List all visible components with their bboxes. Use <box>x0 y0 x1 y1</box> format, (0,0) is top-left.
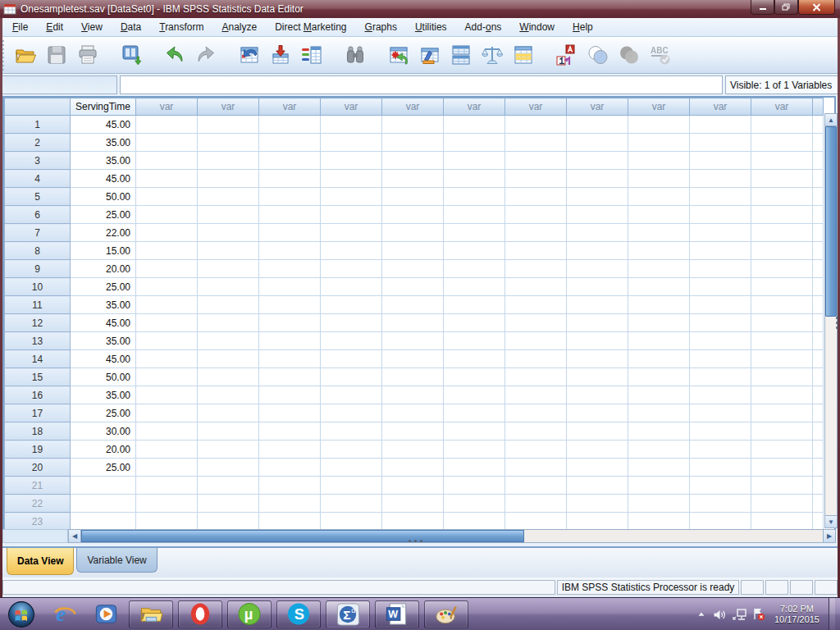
cell-empty[interactable] <box>567 441 628 459</box>
cell-empty[interactable] <box>690 170 751 188</box>
cell-servingtime-row4[interactable]: 45.00 <box>71 170 136 188</box>
cell-empty[interactable] <box>321 134 382 152</box>
row-number-9[interactable]: 9 <box>5 260 71 278</box>
goto-case-button[interactable] <box>235 39 264 71</box>
cell-empty[interactable] <box>382 332 444 350</box>
cell-empty[interactable] <box>751 386 813 404</box>
cell-empty[interactable] <box>136 188 198 206</box>
row-number-23[interactable]: 23 <box>5 513 71 531</box>
cell-empty[interactable] <box>690 134 751 152</box>
cell-empty[interactable] <box>382 278 444 296</box>
column-header-var-4[interactable]: var <box>321 98 382 116</box>
cell-empty[interactable] <box>813 170 824 188</box>
grid-corner-cell[interactable] <box>5 98 71 116</box>
cell-empty[interactable] <box>259 224 321 242</box>
cell-empty[interactable] <box>382 495 444 513</box>
cell-empty[interactable] <box>136 224 198 242</box>
cell-empty[interactable] <box>751 459 813 477</box>
cell-empty[interactable] <box>813 495 824 513</box>
cell-empty[interactable] <box>813 188 824 206</box>
column-header-var-8[interactable]: var <box>567 98 628 116</box>
cell-servingtime-row10[interactable]: 25.00 <box>71 278 136 296</box>
cell-empty[interactable] <box>505 260 567 278</box>
cell-empty[interactable] <box>321 495 382 513</box>
horizontal-scrollbar[interactable]: ◀ ▶ <box>68 529 836 543</box>
minimize-button[interactable] <box>751 0 774 15</box>
cell-empty[interactable] <box>813 350 824 368</box>
cell-empty[interactable] <box>382 404 444 422</box>
cell-empty[interactable] <box>444 350 505 368</box>
menu-add-ons[interactable]: Add-ons <box>456 18 511 36</box>
cell-empty[interactable] <box>813 404 824 422</box>
cell-empty[interactable] <box>444 332 505 350</box>
cell-empty[interactable] <box>690 441 751 459</box>
cell-empty[interactable] <box>567 278 628 296</box>
cell-servingtime-row1[interactable]: 45.00 <box>71 116 136 134</box>
cell-empty[interactable] <box>198 224 259 242</box>
split-file-button[interactable] <box>446 39 476 71</box>
cell-empty[interactable] <box>259 495 321 513</box>
cell-empty[interactable] <box>444 404 505 422</box>
cell-empty[interactable] <box>382 368 444 386</box>
cell-empty[interactable] <box>259 134 321 152</box>
cell-empty[interactable] <box>444 224 505 242</box>
cell-empty[interactable] <box>259 242 321 260</box>
cell-empty[interactable] <box>382 206 444 224</box>
cell-empty[interactable] <box>198 242 259 260</box>
cell-empty[interactable] <box>751 152 813 170</box>
column-header-var-1[interactable]: var <box>136 98 198 116</box>
open-data-button[interactable] <box>11 39 40 71</box>
cell-empty[interactable] <box>567 332 628 350</box>
cell-empty[interactable] <box>567 477 628 495</box>
cell-empty[interactable] <box>136 368 198 386</box>
close-button[interactable] <box>798 0 835 15</box>
cell-empty[interactable] <box>813 296 824 314</box>
cell-empty[interactable] <box>259 188 321 206</box>
cell-servingtime-row5[interactable]: 50.00 <box>71 188 136 206</box>
menu-view[interactable]: View <box>72 18 112 36</box>
cell-empty[interactable] <box>628 152 690 170</box>
menu-direct-marketing[interactable]: Direct Marketing <box>266 18 355 36</box>
recall-dialogs-button[interactable] <box>116 39 146 71</box>
cell-empty[interactable] <box>628 314 690 332</box>
cell-empty[interactable] <box>505 206 567 224</box>
cell-empty[interactable] <box>505 242 567 260</box>
cell-empty[interactable] <box>259 368 321 386</box>
taskbar-spss[interactable]: Σα <box>326 600 370 628</box>
cell-empty[interactable] <box>198 386 259 404</box>
cell-empty[interactable] <box>198 188 259 206</box>
cell-empty[interactable] <box>136 278 198 296</box>
cell-empty[interactable] <box>259 332 321 350</box>
save-button[interactable] <box>42 39 71 71</box>
cell-empty[interactable] <box>382 477 444 495</box>
taskbar-clock[interactable]: 7:02 PM 10/17/2015 <box>774 604 819 625</box>
cell-empty[interactable] <box>690 477 751 495</box>
taskbar-utorrent[interactable]: µ <box>227 600 272 628</box>
cell-empty[interactable] <box>198 116 259 134</box>
cell-empty[interactable] <box>813 441 824 459</box>
cell-empty[interactable] <box>813 368 824 386</box>
cell-empty[interactable] <box>444 459 505 477</box>
cell-empty[interactable] <box>690 206 751 224</box>
cell-empty[interactable] <box>690 116 751 134</box>
cell-empty[interactable] <box>321 459 382 477</box>
cell-empty[interactable] <box>505 495 567 513</box>
cell-empty[interactable] <box>259 477 321 495</box>
cell-empty[interactable] <box>567 170 628 188</box>
cell-empty[interactable] <box>198 332 259 350</box>
cell-empty[interactable] <box>628 188 690 206</box>
row-number-15[interactable]: 15 <box>5 368 71 386</box>
cell-empty[interactable] <box>751 441 813 459</box>
cell-empty[interactable] <box>505 188 567 206</box>
cell-servingtime-row16[interactable]: 35.00 <box>71 386 136 404</box>
cell-empty[interactable] <box>690 459 751 477</box>
cell-empty[interactable] <box>628 350 690 368</box>
scroll-down-arrow-icon[interactable]: ▼ <box>825 515 837 527</box>
cell-empty[interactable] <box>321 260 382 278</box>
cell-empty[interactable] <box>321 513 382 531</box>
cell-empty[interactable] <box>136 459 198 477</box>
cell-empty[interactable] <box>751 206 813 224</box>
cell-empty[interactable] <box>321 368 382 386</box>
scroll-left-arrow-icon[interactable]: ◀ <box>69 530 81 542</box>
cell-empty[interactable] <box>690 314 751 332</box>
